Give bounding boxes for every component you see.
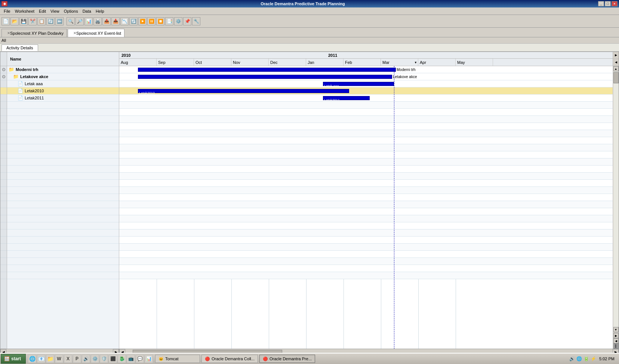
month-apr: Apr (418, 59, 456, 66)
ql-8[interactable]: ⚙️ (91, 355, 99, 363)
scroll-left-btn[interactable]: ◀ (613, 338, 619, 343)
empty-row-19 (7, 194, 119, 201)
chart-row-5: Letak2011 (119, 95, 613, 102)
row-letak2011[interactable]: 📄 Letak2011 (7, 95, 119, 102)
tray-time: 5:02 PM (598, 357, 616, 361)
tb-15[interactable]: 🔃 (129, 17, 138, 25)
tray-icon-1: 🔊 (569, 356, 575, 361)
ql-1[interactable]: 🌐 (28, 355, 36, 363)
empty-row-28 (7, 258, 119, 265)
ql-6[interactable]: P (73, 355, 81, 363)
maximize-button[interactable]: □ (605, 1, 611, 6)
tb-7[interactable]: ⬅️ (55, 17, 64, 25)
menu-edit[interactable]: Edit (37, 8, 48, 14)
tb-9[interactable]: 🔎 (76, 17, 84, 25)
tb-4[interactable]: ✂️ (28, 17, 37, 25)
tb-19[interactable]: 📑 (165, 17, 173, 25)
ql-7[interactable]: 🔊 (82, 355, 90, 363)
tb-12[interactable]: 📤 (102, 17, 111, 25)
tb-11[interactable]: 🖨️ (93, 17, 102, 25)
tb-18[interactable]: ⏹️ (156, 17, 164, 25)
start-button[interactable]: 🪟 start (1, 354, 26, 364)
empty-row-27 (7, 251, 119, 258)
ql-14[interactable]: 📊 (145, 355, 153, 363)
scroll-down-btn[interactable]: ▼ (613, 327, 619, 332)
menu-options[interactable]: Options (62, 8, 80, 14)
chart-row-20 (119, 201, 613, 208)
tab-close-2[interactable]: ✕ (73, 31, 76, 35)
row-moderni-trh[interactable]: 📁 Moderni trh (7, 66, 119, 73)
row-indicator-4 (0, 87, 7, 95)
month-dec: Dec (269, 59, 306, 66)
menu-file[interactable]: File (1, 8, 13, 14)
tab-event-list[interactable]: ✕ Spolecnost XY Event-list (68, 29, 124, 37)
bar-moderni-trh (138, 68, 396, 72)
taskbar-oracle-pre[interactable]: 🔴 Oracle Demantra Pre... (259, 355, 315, 363)
tb-8[interactable]: 🔍 (67, 17, 75, 25)
ql-11[interactable]: 🐉 (118, 355, 126, 363)
scroll-up-btn[interactable]: ▲ (613, 66, 619, 71)
doc-icon-4: 📄 (18, 88, 23, 93)
ql-4[interactable]: W (55, 355, 63, 363)
minimize-button[interactable]: _ (598, 1, 604, 6)
row-name-1: Moderni trh (16, 67, 39, 72)
chart-row-10 (119, 130, 613, 137)
activity-details-tab[interactable]: Activity Details (1, 44, 38, 51)
window-controls[interactable]: _ □ × (598, 1, 618, 6)
menu-view[interactable]: View (48, 8, 62, 14)
empty-row-25 (7, 237, 119, 244)
empty-row-15 (7, 166, 119, 173)
tb-13[interactable]: 📥 (111, 17, 120, 25)
row-indicator-1: ⊙ (0, 66, 7, 73)
tb-20[interactable]: ⚙️ (174, 17, 182, 25)
chart-row-27 (119, 251, 613, 258)
ql-3[interactable]: 📁 (46, 355, 54, 363)
tab-close-1[interactable]: ✕ (7, 31, 10, 35)
ql-5[interactable]: X (64, 355, 72, 363)
vertical-scrollbar[interactable]: ▲ ▼ ▶ ◀ ┃ (613, 66, 619, 349)
tb-10[interactable]: 📊 (84, 17, 93, 25)
taskbar-tomcat[interactable]: 🐱 Tomcat (155, 355, 200, 363)
taskbar-oracle-coll[interactable]: 🔴 Oracle Demantra Coll... (201, 355, 258, 363)
scroll-right-btn[interactable]: ▶ (613, 333, 619, 338)
chart-row-19 (119, 194, 613, 201)
tb-6[interactable]: 🔄 (46, 17, 55, 25)
ql-2[interactable]: 📧 (37, 355, 45, 363)
tb-open[interactable]: 📂 (10, 17, 19, 25)
tb-14[interactable]: 📉 (120, 17, 129, 25)
ql-9[interactable]: 🛡️ (100, 355, 108, 363)
year-2011: 2011 (327, 53, 339, 58)
tb-5[interactable]: 📋 (37, 17, 46, 25)
tb-save[interactable]: 💾 (19, 17, 28, 25)
bar-label-letakove-akce: Letakove akce (393, 75, 417, 79)
tb-16[interactable]: ▶️ (138, 17, 147, 25)
bar-letak2010: Letak2010 (138, 89, 349, 93)
ql-10[interactable]: ⬛ (109, 355, 117, 363)
menu-worksheet[interactable]: Worksheet (13, 8, 37, 14)
chart-row-8 (119, 116, 613, 123)
row-letak-aaa[interactable]: 📄 Letak aaa (7, 80, 119, 87)
menu-help[interactable]: Help (93, 8, 107, 14)
chart-row-28 (119, 258, 613, 265)
menu-bar: File Worksheet Edit View Options Data He… (0, 7, 619, 15)
month-nov: Nov (231, 59, 269, 66)
tb-21[interactable]: 📌 (183, 17, 191, 25)
chart-row-23 (119, 222, 613, 229)
scroll-left-top[interactable]: ◀ (613, 59, 619, 66)
tb-22[interactable]: 🔧 (192, 17, 200, 25)
row-letakove-akce[interactable]: 📁 Letakove akce (7, 73, 119, 80)
quick-launch: 🌐 📧 📁 W X P 🔊 ⚙️ 🛡️ ⬛ 🐉 📺 💬 📊 (28, 355, 153, 363)
ql-13[interactable]: 💬 (136, 355, 144, 363)
chart-row-6 (119, 102, 613, 109)
scroll-right-top[interactable]: ▶ (613, 52, 619, 59)
row-name-2: Letakove akce (20, 74, 48, 79)
tb-17[interactable]: ⏸️ (147, 17, 155, 25)
tb-new[interactable]: 📄 (1, 17, 10, 25)
row-letak2010[interactable]: 📄 Letak2010 (7, 87, 119, 95)
close-button[interactable]: × (612, 1, 618, 6)
menu-data[interactable]: Data (80, 8, 93, 14)
tab-plan-dodavky[interactable]: ✕ Spolecnost XY Plan Dodavky (1, 29, 67, 37)
scroll-thumb[interactable] (613, 72, 619, 83)
ql-12[interactable]: 📺 (127, 355, 135, 363)
chart-row-26 (119, 244, 613, 251)
